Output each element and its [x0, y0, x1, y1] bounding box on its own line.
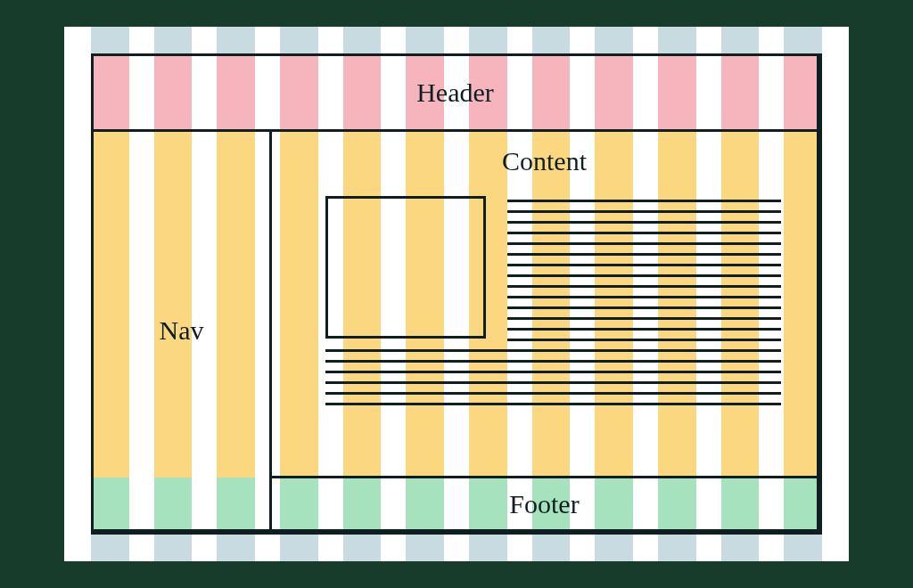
header-region: Header	[91, 53, 819, 132]
footer-region: Footer	[269, 476, 819, 532]
content-body	[325, 196, 781, 449]
nav-label: Nav	[160, 315, 204, 346]
footer-label: Footer	[509, 489, 579, 519]
image-placeholder	[325, 196, 486, 339]
content-label: Content	[502, 146, 587, 176]
content-region: Content	[269, 129, 819, 478]
text-lines-full	[325, 349, 781, 413]
header-label: Header	[416, 78, 494, 108]
text-lines-right	[507, 200, 781, 349]
nav-region: Nav	[91, 129, 272, 532]
layout-grid: Header Nav Content Footer	[91, 53, 822, 535]
layout-diagram: Header Nav Content Footer	[64, 27, 849, 561]
